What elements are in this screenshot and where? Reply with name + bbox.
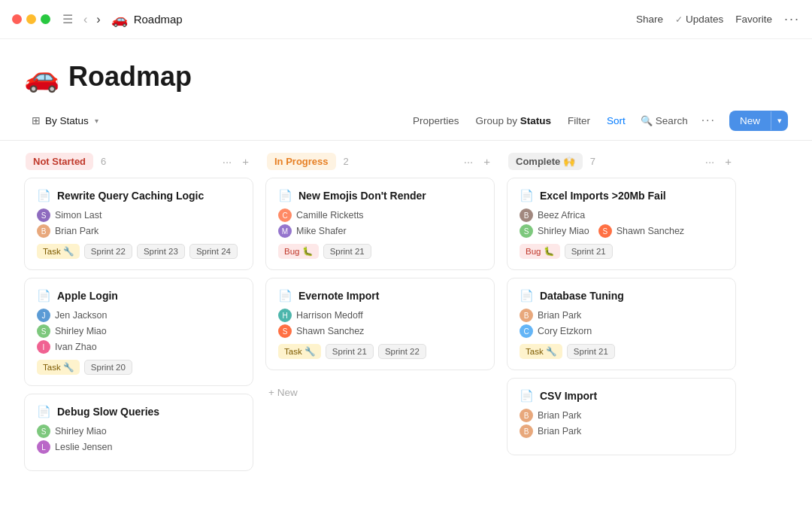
sort-button[interactable]: Sort [599,111,633,130]
task-card[interactable]: 📄Debug Slow QueriesSShirley MiaoLLeslie … [24,394,253,471]
assignee-row: HHarrison Medoff [278,309,482,322]
favorite-button[interactable]: Favorite [735,14,772,25]
hidden-column [748,153,808,501]
column-complete: Complete 🙌7···+📄Excel Imports >20Mb Fail… [507,153,736,501]
task-type-tag[interactable]: Task 🔧 [37,244,80,259]
column-not-started: Not Started6···+📄Rewrite Query Caching L… [24,153,253,501]
forward-button[interactable]: › [93,11,103,28]
document-icon: 📄 [278,289,292,303]
back-button[interactable]: ‹ [80,11,90,28]
card-assignees: BBeez AfricaSShirley MiaoSShawn Sanchez [520,208,723,238]
sprint-tag[interactable]: Sprint 21 [323,244,371,259]
assignee-row: JJen Jackson [37,309,241,322]
avatar: S [598,224,612,238]
card-title-text: Apple Login [57,290,118,302]
card-title: 📄CSV Import [520,389,723,403]
properties-button[interactable]: Properties [405,111,467,130]
close-button[interactable] [12,14,22,24]
minimize-button[interactable] [26,14,36,24]
task-card[interactable]: 📄Apple LoginJJen JacksonSShirley MiaoIIv… [24,278,253,386]
document-icon: 📄 [37,405,51,418]
card-title: 📄Evernote Import [278,289,482,303]
cards-container: 📄Excel Imports >20Mb FailBBeez AfricaSSh… [507,178,736,455]
page-main-title: 🚗 Roadmap [24,60,788,93]
filter-button[interactable]: Filter [560,111,598,130]
share-button[interactable]: Share [636,14,663,25]
card-assignees: BBrian ParkCCory Etzkorn [520,309,723,338]
task-card[interactable]: 📄Database TuningBBrian ParkCCory Etzkorn… [507,278,736,370]
task-card[interactable]: 📄New Emojis Don't RenderCCamille Rickett… [265,178,495,270]
avatar: B [37,224,50,238]
task-card[interactable]: 📄Excel Imports >20Mb FailBBeez AfricaSSh… [507,178,736,270]
status-badge[interactable]: Not Started [26,153,93,170]
new-button-chevron: ▾ [771,111,788,130]
check-icon: ✓ [675,14,683,25]
assignee-row: CCory Etzkorn [520,324,723,338]
card-title-text: Database Tuning [540,290,624,302]
add-new-button[interactable]: + New [265,381,495,404]
card-tags: Task 🔧Sprint 20 [37,360,241,375]
column-more-icon[interactable]: ··· [702,154,718,169]
column-add-button[interactable]: + [239,154,252,169]
task-type-tag[interactable]: Bug 🐛 [520,244,560,259]
avatar: L [37,440,50,454]
cards-container: 📄Rewrite Query Caching LogicSSimon LastB… [24,178,253,471]
assignee-name: Brian Park [55,226,98,236]
column-header-not-started: Not Started6···+ [24,153,253,170]
assignee-row: MMike Shafer [278,224,482,238]
group-by-value-text: Status [520,115,551,126]
status-badge[interactable]: In Progress [267,153,336,170]
card-title-text: Rewrite Query Caching Logic [57,190,204,202]
task-card[interactable]: 📄Rewrite Query Caching LogicSSimon LastB… [24,178,253,270]
group-by-button[interactable]: Group by Status [468,111,559,130]
sprint-tag[interactable]: Sprint 22 [84,244,132,259]
board: Not Started6···+📄Rewrite Query Caching L… [0,141,812,508]
column-more-icon[interactable]: ··· [461,154,477,169]
avatar: S [37,208,50,222]
column-count: 6 [101,156,106,167]
view-icon: ⊞ [32,114,41,126]
task-card[interactable]: 📄Evernote ImportHHarrison MedoffSShawn S… [265,278,495,370]
toolbar: ⊞ By Status ▾ Properties Group by Status… [0,99,812,141]
column-add-button[interactable]: + [480,154,493,169]
column-header-in-progress: In Progress2···+ [265,153,495,170]
status-badge[interactable]: Complete 🙌 [508,153,583,170]
column-actions: ···+ [702,154,735,169]
sprint-tag[interactable]: Sprint 21 [565,244,613,259]
card-title-text: Evernote Import [298,290,379,302]
group-by-prefix: Group by [476,115,518,126]
sprint-tag[interactable]: Sprint 24 [189,244,238,259]
avatar: C [278,208,292,222]
sprint-tag[interactable]: Sprint 22 [378,344,426,359]
fullscreen-button[interactable] [41,14,50,24]
task-card[interactable]: 📄CSV ImportBBrian ParkBBrian Park [507,378,736,455]
menu-icon[interactable]: ☰ [62,12,73,26]
assignee-row: SShirley MiaoSShawn Sanchez [520,224,723,238]
toolbar-more-icon[interactable]: ··· [695,110,722,131]
avatar: S [278,324,292,338]
assignee-row: BBrian Park [37,224,241,238]
view-selector[interactable]: ⊞ By Status ▾ [24,111,106,130]
column-in-progress: In Progress2···+📄New Emojis Don't Render… [265,153,495,501]
sprint-tag[interactable]: Sprint 21 [567,344,615,359]
avatar: J [37,309,50,322]
task-type-tag[interactable]: Task 🔧 [37,360,80,375]
column-more-icon[interactable]: ··· [220,154,235,169]
sprint-tag[interactable]: Sprint 20 [84,360,132,375]
more-options-icon[interactable]: ··· [784,11,800,27]
new-button-label: New [729,111,771,131]
avatar: I [37,340,50,354]
sprint-tag[interactable]: Sprint 23 [137,244,185,259]
page-header: 🚗 Roadmap [0,39,812,93]
new-button[interactable]: New ▾ [729,111,788,131]
sprint-tag[interactable]: Sprint 21 [326,344,374,359]
column-add-button[interactable]: + [722,154,735,169]
card-assignees: JJen JacksonSShirley MiaoIIvan Zhao [37,309,241,354]
updates-button[interactable]: ✓ Updates [675,14,723,25]
task-type-tag[interactable]: Task 🔧 [278,344,321,359]
search-button[interactable]: 🔍 Search [635,111,694,130]
task-type-tag[interactable]: Bug 🐛 [278,244,319,259]
assignee-row: BBeez Africa [520,208,723,222]
task-type-tag[interactable]: Task 🔧 [520,344,562,359]
column-header-complete: Complete 🙌7···+ [507,153,736,170]
